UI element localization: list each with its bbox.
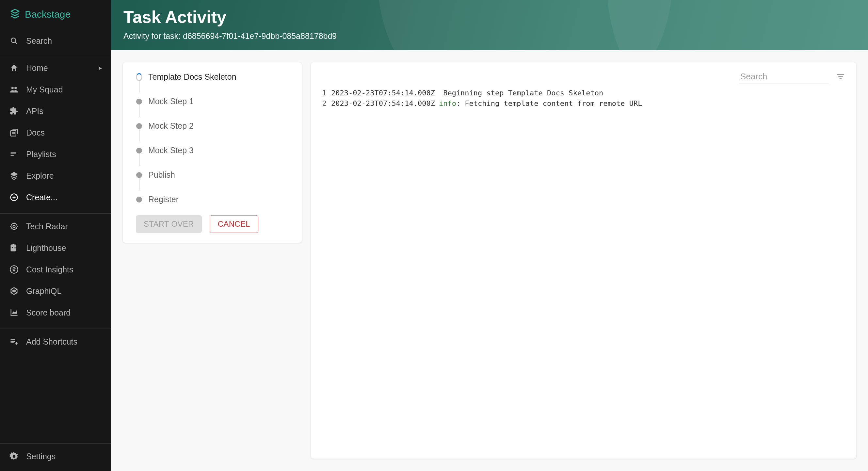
log-line: 22023-02-23T07:54:14.000Zinfo: Fetching … — [320, 98, 847, 109]
log-line: 12023-02-23T07:54:14.000Z Beginning step… — [320, 88, 847, 98]
step-label: Mock Step 3 — [148, 146, 194, 155]
page-subtitle: Activity for task: d6856694-7f01-41e7-9d… — [123, 31, 856, 41]
log-toolbar — [320, 70, 847, 84]
sidebar-item-label: Home — [26, 63, 48, 73]
sidebar-item-create-[interactable]: Create... — [0, 187, 111, 208]
sidebar-group-shortcuts: Add Shortcuts — [0, 329, 111, 354]
brand-text: Backstage — [25, 9, 70, 20]
step-item[interactable]: Mock Step 1 — [136, 97, 289, 121]
sidebar-item-label: Cost Insights — [26, 265, 73, 274]
content-row: Template Docs SkeletonMock Step 1Mock St… — [111, 50, 868, 471]
step-dot-icon — [136, 123, 143, 129]
sidebar-item-label: Add Shortcuts — [26, 337, 78, 347]
sidebar-item-label: Docs — [26, 128, 45, 137]
sidebar-item-add-shortcuts[interactable]: Add Shortcuts — [0, 331, 111, 352]
sidebar-item-graphiql[interactable]: GraphiQL — [0, 280, 111, 302]
step-item[interactable]: Register — [136, 195, 289, 213]
gear-icon — [9, 451, 19, 461]
people-icon — [9, 85, 19, 94]
step-actions: START OVER CANCEL — [136, 215, 289, 233]
step-label: Template Docs Skeleton — [148, 72, 237, 82]
search-icon — [9, 36, 19, 46]
library-books-icon — [9, 128, 19, 137]
filter-button[interactable] — [834, 70, 847, 84]
sidebar-item-label: APIs — [26, 106, 43, 116]
sidebar-group-main: Home▸My SquadAPIsDocsPlaylistsExploreCre… — [0, 55, 111, 210]
sidebar-bottom: Settings — [0, 444, 111, 471]
sidebar-group-tools: Tech RadarLighthouseCost InsightsGraphiQ… — [0, 214, 111, 325]
sidebar-item-my-squad[interactable]: My Squad — [0, 79, 111, 100]
svg-point-2 — [11, 87, 14, 89]
step-connector — [139, 104, 140, 117]
sidebar-item-label: Tech Radar — [26, 222, 68, 231]
sidebar-item-label: Playlists — [26, 150, 56, 159]
start-over-button: START OVER — [136, 215, 202, 233]
svg-point-0 — [11, 38, 16, 42]
log-body: 12023-02-23T07:54:14.000Z Beginning step… — [320, 88, 847, 109]
sidebar-item-label: Lighthouse — [26, 243, 66, 253]
dollar-icon — [9, 264, 19, 274]
log-line-number: 2 — [320, 98, 327, 109]
svg-point-6 — [13, 225, 16, 228]
sidebar-item-label: Explore — [26, 171, 54, 181]
sidebar-search-label: Search — [26, 36, 52, 46]
chevron-right-icon: ▸ — [99, 64, 102, 71]
svg-line-1 — [16, 42, 17, 44]
page-header: Task Activity Activity for task: d685669… — [111, 0, 868, 50]
sidebar-item-cost-insights[interactable]: Cost Insights — [0, 259, 111, 280]
log-line-content: 2023-02-23T07:54:14.000Zinfo: Fetching t… — [331, 98, 642, 109]
step-item[interactable]: Mock Step 3 — [136, 146, 289, 170]
step-dot-icon — [136, 98, 143, 105]
step-list: Template Docs SkeletonMock Step 1Mock St… — [136, 72, 289, 213]
chart-icon — [9, 308, 19, 317]
brand-logo[interactable]: Backstage — [0, 0, 111, 30]
log-panel: 12023-02-23T07:54:14.000Z Beginning step… — [311, 62, 856, 459]
filter-icon — [836, 77, 845, 82]
step-item[interactable]: Publish — [136, 170, 289, 195]
sidebar-item-apis[interactable]: APIs — [0, 100, 111, 122]
sidebar-item-home[interactable]: Home▸ — [0, 57, 111, 79]
sidebar: Backstage Search Home▸My SquadAPIsDocsPl… — [0, 0, 111, 471]
sidebar-item-label: Score board — [26, 308, 70, 317]
sidebar-item-lighthouse[interactable]: Lighthouse — [0, 237, 111, 259]
step-connector — [139, 154, 140, 166]
log-line-number: 1 — [320, 88, 327, 98]
log-line-content: 2023-02-23T07:54:14.000Z Beginning step … — [331, 88, 603, 98]
step-connector — [139, 129, 140, 142]
steps-card: Template Docs SkeletonMock Step 1Mock St… — [123, 62, 302, 243]
step-connector — [139, 80, 140, 92]
svg-point-3 — [14, 87, 17, 89]
step-label: Publish — [148, 170, 175, 180]
sidebar-item-settings[interactable]: Settings — [0, 445, 111, 467]
svg-point-5 — [11, 223, 17, 230]
step-label: Register — [148, 195, 179, 204]
step-item[interactable]: Template Docs Skeleton — [136, 72, 289, 97]
step-dot-icon — [136, 172, 143, 178]
sidebar-item-label: My Squad — [26, 85, 63, 94]
extension-icon — [9, 106, 19, 116]
step-dot-icon — [136, 147, 143, 154]
step-label: Mock Step 2 — [148, 121, 194, 131]
main-area: Task Activity Activity for task: d685669… — [111, 0, 868, 471]
cancel-button[interactable]: CANCEL — [210, 215, 258, 233]
step-item[interactable]: Mock Step 2 — [136, 121, 289, 146]
target-icon — [9, 221, 19, 231]
sidebar-item-docs[interactable]: Docs — [0, 122, 111, 144]
layers-icon — [9, 171, 19, 181]
graphql-icon — [9, 286, 19, 296]
home-icon — [9, 63, 19, 73]
sidebar-item-tech-radar[interactable]: Tech Radar — [0, 216, 111, 237]
backstage-icon — [9, 8, 21, 21]
sidebar-item-score-board[interactable]: Score board — [0, 302, 111, 323]
log-search-input[interactable] — [739, 70, 829, 84]
step-connector — [139, 178, 140, 190]
sidebar-item-label: Settings — [26, 452, 56, 461]
sidebar-item-playlists[interactable]: Playlists — [0, 144, 111, 165]
sidebar-search[interactable]: Search — [0, 30, 111, 52]
assignment-icon — [9, 243, 19, 253]
playlist-icon — [9, 149, 19, 159]
plus-circle-icon — [9, 192, 19, 202]
page-title: Task Activity — [123, 7, 856, 27]
sidebar-item-explore[interactable]: Explore — [0, 165, 111, 187]
step-label: Mock Step 1 — [148, 97, 194, 106]
